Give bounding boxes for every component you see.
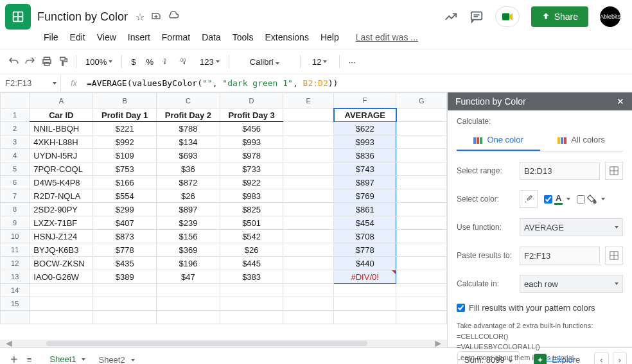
cell-car-id[interactable]: BYJQ-K6B3 <box>30 243 93 257</box>
spreadsheet-grid[interactable]: A B C D E F G 1 Car ID Profit Day 1 Prof… <box>0 92 447 324</box>
cell-day2[interactable]: $788 <box>157 122 220 135</box>
cell-car-id[interactable]: NNIL-BBQH <box>30 122 93 135</box>
cell-day3[interactable]: $993 <box>220 135 283 149</box>
star-icon[interactable]: ☆ <box>136 11 145 23</box>
move-icon[interactable] <box>151 11 161 23</box>
range-input[interactable]: B2:D13 <box>520 162 600 180</box>
cell-average[interactable]: $836 <box>334 149 396 162</box>
cell-day1[interactable]: $109 <box>93 149 157 162</box>
cell-average[interactable]: $897 <box>334 176 396 189</box>
cell-day3[interactable]: $456 <box>220 122 283 135</box>
add-sheet-button[interactable]: + <box>10 352 18 364</box>
fill-results-checkbox[interactable] <box>457 304 465 312</box>
sheets-logo[interactable] <box>5 4 31 30</box>
cell-day3[interactable]: $501 <box>220 216 283 230</box>
cell-day2[interactable]: $156 <box>157 230 220 243</box>
cell-day1[interactable]: $389 <box>93 270 157 284</box>
cloud-status-icon[interactable] <box>168 11 179 23</box>
cell-average[interactable]: $440 <box>334 257 396 270</box>
font-color-picker[interactable]: A <box>554 193 563 205</box>
cell-car-id[interactable]: 4XKH-L88H <box>30 135 93 149</box>
cell-average[interactable]: $993 <box>334 135 396 149</box>
all-sheets-button[interactable]: ≡ <box>27 355 32 364</box>
font-size-select[interactable]: 12 <box>307 57 333 67</box>
zoom-select[interactable]: 100% <box>83 57 115 67</box>
cell-day2[interactable]: $196 <box>157 257 220 270</box>
cell-day1[interactable]: $873 <box>93 230 157 243</box>
cell-day1[interactable]: $221 <box>93 122 157 135</box>
horizontal-scrollbar[interactable]: ◄► <box>0 340 447 347</box>
share-button[interactable]: Share <box>531 6 588 27</box>
menu-data[interactable]: Data <box>197 30 226 45</box>
cell-car-id[interactable]: LXZX-71BF <box>30 216 93 230</box>
cell-day3[interactable]: $542 <box>220 230 283 243</box>
cell-day3[interactable]: $383 <box>220 270 283 284</box>
percent-button[interactable]: % <box>143 57 156 67</box>
cell-car-id[interactable]: 2SD2-90PY <box>30 203 93 216</box>
redo-button[interactable] <box>24 56 36 67</box>
cell-car-id[interactable]: 7PQR-COQL <box>30 162 93 176</box>
font-select[interactable]: Calibri <box>236 57 294 67</box>
cell-car-id[interactable]: BOCW-ZKSN <box>30 257 93 270</box>
cell-day1[interactable]: $166 <box>93 176 157 189</box>
explore-button[interactable]: ✦Explore <box>527 351 586 365</box>
number-format-select[interactable]: 123 <box>197 57 222 67</box>
cell-day1[interactable]: $407 <box>93 216 157 230</box>
menu-format[interactable]: Format <box>157 30 195 45</box>
tab-scroll-left[interactable]: ‹ <box>594 352 608 364</box>
cell-day1[interactable]: $554 <box>93 189 157 203</box>
cell-day3[interactable]: $26 <box>220 243 283 257</box>
range-selector-icon[interactable] <box>605 162 623 180</box>
decrease-decimal-button[interactable]: .0 <box>161 56 173 67</box>
cell-car-id[interactable]: D4W5-K4P8 <box>30 176 93 189</box>
cell-average[interactable]: #DIV/0! <box>334 270 396 284</box>
cell-day3[interactable]: $733 <box>220 162 283 176</box>
menu-insert[interactable]: Insert <box>123 30 155 45</box>
fill-color-checkbox[interactable] <box>577 195 585 204</box>
cell-day1[interactable]: $753 <box>93 162 157 176</box>
cell-day2[interactable]: $872 <box>157 176 220 189</box>
cell-average[interactable]: $708 <box>334 230 396 243</box>
tab-one-color[interactable]: One color <box>457 130 540 151</box>
paste-input[interactable]: F2:F13 <box>520 247 600 264</box>
formula-input[interactable]: =AVERAGE(valuesByColor("", "dark green 1… <box>87 78 338 88</box>
function-select[interactable]: AVERAGE <box>520 218 623 236</box>
cell-day3[interactable]: $983 <box>220 189 283 203</box>
cell-car-id[interactable]: R2D7-NQLA <box>30 189 93 203</box>
cell-day2[interactable]: $134 <box>157 135 220 149</box>
paste-selector-icon[interactable] <box>605 247 623 264</box>
cell-car-id[interactable]: HSNJ-Z124 <box>30 230 93 243</box>
menu-view[interactable]: View <box>92 30 121 45</box>
last-edit-link[interactable]: Last edit was ... <box>351 30 423 45</box>
eyedropper-icon[interactable] <box>520 190 538 208</box>
menu-extensions[interactable]: Extensions <box>259 30 313 45</box>
sheet-tab-1[interactable]: Sheet1 <box>43 349 92 364</box>
cell-day3[interactable]: $922 <box>220 176 283 189</box>
cell-day2[interactable]: $897 <box>157 203 220 216</box>
cell-day1[interactable]: $435 <box>93 257 157 270</box>
cell-day1[interactable]: $992 <box>93 135 157 149</box>
cell-day1[interactable]: $778 <box>93 243 157 257</box>
close-panel-icon[interactable]: ✕ <box>617 96 624 107</box>
calculate-in-select[interactable]: each row <box>520 275 623 293</box>
tab-all-colors[interactable]: All colors <box>540 130 624 151</box>
paint-format-button[interactable] <box>58 56 69 67</box>
undo-button[interactable] <box>8 56 19 67</box>
increase-decimal-button[interactable]: .00 <box>178 56 192 67</box>
menu-file[interactable]: File <box>39 30 64 45</box>
cell-day2[interactable]: $26 <box>157 189 220 203</box>
activity-icon[interactable] <box>444 10 458 24</box>
currency-button[interactable]: $ <box>128 57 138 67</box>
cell-day2[interactable]: $693 <box>157 149 220 162</box>
menu-tools[interactable]: Tools <box>227 30 259 45</box>
menu-help[interactable]: Help <box>315 30 344 45</box>
toolbar-more-button[interactable]: ··· <box>346 57 358 67</box>
cell-day2[interactable]: $239 <box>157 216 220 230</box>
font-color-checkbox[interactable] <box>544 195 552 204</box>
tab-scroll-right[interactable]: › <box>613 352 627 364</box>
cell-day3[interactable]: $978 <box>220 149 283 162</box>
cell-day2[interactable]: $47 <box>157 270 220 284</box>
cell-average[interactable]: $622 <box>334 122 396 135</box>
cell-day1[interactable]: $299 <box>93 203 157 216</box>
menu-edit[interactable]: Edit <box>65 30 91 45</box>
